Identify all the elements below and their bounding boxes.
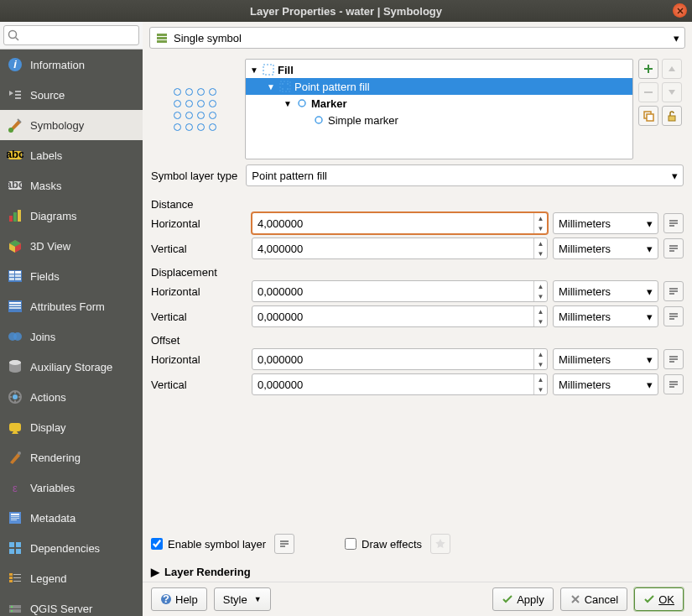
sidebar-item-diagrams[interactable]: Diagrams [0,201,143,231]
svg-rect-43 [13,574,21,575]
sidebar-item-masks[interactable]: abcMasks [0,170,143,201]
distance_h-input[interactable] [252,213,533,233]
layer-rendering-expander[interactable]: ▶ Layer Rendering [143,562,692,582]
enable-symbol-layer-check[interactable]: Enable symbol layer [151,538,266,551]
svg-text:i: i [13,58,17,70]
offset_v-unit-combo[interactable]: Millimeters▾ [553,373,658,395]
displacement_v-unit-combo[interactable]: Millimeters▾ [553,305,658,327]
add-symbol-layer-button[interactable] [638,59,658,79]
sidebar-item-dependencies[interactable]: Dependencies [0,533,143,563]
sidebar-item-label: Variables [30,482,75,494]
spin-up-icon[interactable]: ▲ [534,281,547,291]
sidebar-item-fields[interactable]: Fields [0,261,143,291]
svg-point-58 [287,88,289,90]
enable-layer-data-defined-button[interactable] [274,534,294,554]
move-up-button[interactable] [662,59,682,79]
spin-down-icon[interactable]: ▼ [534,359,547,369]
symbol-layer-tree[interactable]: ▼Fill▼Point pattern fill▼MarkerSimple ma… [245,59,633,159]
svg-point-59 [299,100,305,107]
tree-row[interactable]: ▼Point pattern fill [246,78,632,95]
cancel-button[interactable]: Cancel [560,587,627,611]
symbol-mode-combo[interactable]: Single symbol ▾ [149,27,685,49]
svg-rect-70 [669,288,678,290]
apply-button[interactable]: Apply [492,587,554,611]
star-icon [434,538,446,550]
tree-row[interactable]: ▼Fill [246,61,632,78]
sidebar-item-labels[interactable]: abcLabels [0,140,143,170]
sidebar-item-auxiliary-storage[interactable]: Auxiliary Storage [0,352,143,382]
distance_h-unit-combo[interactable]: Millimeters▾ [553,212,658,234]
distance_v-data-defined-button[interactable] [663,238,684,258]
duplicate-symbol-layer-button[interactable] [638,106,658,126]
displacement_v-input[interactable] [252,306,533,326]
draw-effects-config-button[interactable] [430,534,450,554]
sidebar-item-source[interactable]: Source [0,80,143,110]
displacement_h-input[interactable] [252,281,533,301]
spin-up-icon[interactable]: ▲ [534,238,547,248]
spin-up-icon[interactable]: ▲ [534,306,547,316]
distance_h-unit-label: Millimeters [559,217,611,230]
offset_h-spinbox[interactable]: ▲▼ [252,348,548,370]
data-defined-icon [668,311,679,322]
tree-row[interactable]: ▼Marker [246,95,632,112]
chevron-down-icon: ▾ [647,285,653,298]
sidebar-item-metadata[interactable]: Metadata [0,503,143,533]
move-down-button[interactable] [662,82,682,102]
offset_v-input[interactable] [252,374,533,394]
lock-open-icon [666,110,678,122]
spin-down-icon[interactable]: ▼ [534,223,547,233]
sidebar-item-attributes-form[interactable]: Attributes Form [0,291,143,321]
spin-down-icon[interactable]: ▼ [534,384,547,394]
distance_h-data-defined-button[interactable] [663,213,684,233]
spin-down-icon[interactable]: ▼ [534,291,547,301]
svg-rect-63 [669,116,675,121]
distance_v-input[interactable] [252,238,533,258]
offset_h-data-defined-button[interactable] [663,349,684,369]
offset_h-unit-combo[interactable]: Millimeters▾ [553,348,658,370]
remove-symbol-layer-button[interactable] [638,82,658,102]
distance_v-spinbox[interactable]: ▲▼ [252,238,548,259]
tree-row[interactable]: Simple marker [246,112,632,128]
ok-label: OK [658,593,674,606]
ok-button[interactable]: OK [634,587,684,611]
sidebar-item-actions[interactable]: Actions [0,382,143,412]
displacement_h-unit-combo[interactable]: Millimeters▾ [553,280,658,302]
draw-effects-check[interactable]: Draw effects [345,538,422,551]
displacement_v-data-defined-button[interactable] [663,306,684,326]
offset_h-input[interactable] [252,349,533,369]
3dview-icon [7,238,23,254]
sidebar-item-variables[interactable]: εVariables [0,472,143,503]
sidebar-item-label: Rendering [30,452,81,464]
distance_h-spinbox[interactable]: ▲▼ [252,212,548,234]
sidebar-item-joins[interactable]: Joins [0,321,143,352]
window-close-button[interactable] [673,3,687,18]
sidebar-item-symbology[interactable]: Symbology [0,110,143,140]
spin-up-icon[interactable]: ▲ [534,349,547,359]
svg-rect-12 [9,271,14,274]
spin-down-icon[interactable]: ▼ [534,316,547,326]
triangle-up-icon [668,65,676,73]
help-button[interactable]: ? Help [151,587,207,611]
offset_v-data-defined-button[interactable] [663,374,684,394]
lock-symbol-layer-button[interactable] [662,106,682,126]
search-input[interactable] [3,25,139,45]
sidebar-item-rendering[interactable]: Rendering [0,442,143,472]
distance_v-unit-combo[interactable]: Millimeters▾ [553,238,658,259]
displacement_h-data-defined-button[interactable] [663,281,684,301]
enable-symbol-layer-checkbox[interactable] [151,538,163,550]
spin-up-icon[interactable]: ▲ [534,213,547,223]
spin-down-icon[interactable]: ▼ [534,248,547,258]
spin-up-icon[interactable]: ▲ [534,374,547,384]
sidebar-item-information[interactable]: iInformation [0,50,143,80]
offset_v-spinbox[interactable]: ▲▼ [252,373,548,395]
sidebar-item-3d-view[interactable]: 3D View [0,231,143,261]
data-defined-icon [668,243,679,254]
displacement_v-spinbox[interactable]: ▲▼ [252,305,548,327]
draw-effects-checkbox[interactable] [345,538,356,550]
displacement_h-spinbox[interactable]: ▲▼ [252,280,548,302]
sidebar-item-legend[interactable]: Legend [0,563,143,593]
sidebar-item-qgis-server[interactable]: QGIS Server [0,593,143,616]
style-button[interactable]: Style ▼ [214,587,271,611]
symbol-layer-type-combo[interactable]: Point pattern fill ▾ [246,164,684,186]
sidebar-item-display[interactable]: Display [0,412,143,442]
